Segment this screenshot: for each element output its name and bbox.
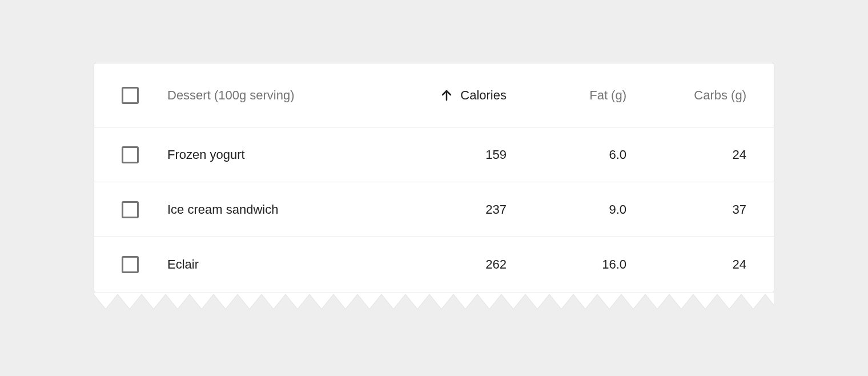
select-all-checkbox[interactable] (122, 87, 139, 104)
table-header-row: Dessert (100g serving) Calories Fat (g) … (94, 63, 774, 127)
cell-carbs: 24 (626, 257, 746, 272)
header-checkbox-cell (122, 87, 167, 104)
cell-calories: 262 (387, 257, 507, 272)
row-checkbox-cell (122, 256, 167, 273)
cell-carbs: 24 (626, 147, 746, 162)
header-carbs[interactable]: Carbs (g) (626, 88, 746, 103)
table-row: Eclair 262 16.0 24 (94, 237, 774, 292)
table-row: Frozen yogurt 159 6.0 24 (94, 127, 774, 182)
cell-calories: 159 (387, 147, 507, 162)
cell-name: Ice cream sandwich (167, 202, 387, 217)
header-fat[interactable]: Fat (g) (507, 88, 626, 103)
cell-calories: 237 (387, 202, 507, 217)
cell-fat: 16.0 (507, 257, 626, 272)
cell-fat: 9.0 (507, 202, 626, 217)
header-calories-label: Calories (460, 88, 507, 103)
cell-carbs: 37 (626, 202, 746, 217)
row-checkbox[interactable] (122, 201, 139, 218)
table-row: Ice cream sandwich 237 9.0 37 (94, 182, 774, 237)
header-name[interactable]: Dessert (100g serving) (167, 88, 387, 103)
header-calories[interactable]: Calories (387, 88, 507, 103)
row-checkbox[interactable] (122, 256, 139, 273)
torn-edge-decoration (94, 292, 774, 319)
cell-name: Frozen yogurt (167, 147, 387, 162)
row-checkbox[interactable] (122, 146, 139, 163)
arrow-up-icon (440, 89, 453, 102)
row-checkbox-cell (122, 146, 167, 163)
cell-fat: 6.0 (507, 147, 626, 162)
row-checkbox-cell (122, 201, 167, 218)
data-table: Dessert (100g serving) Calories Fat (g) … (94, 63, 774, 293)
cell-name: Eclair (167, 257, 387, 272)
